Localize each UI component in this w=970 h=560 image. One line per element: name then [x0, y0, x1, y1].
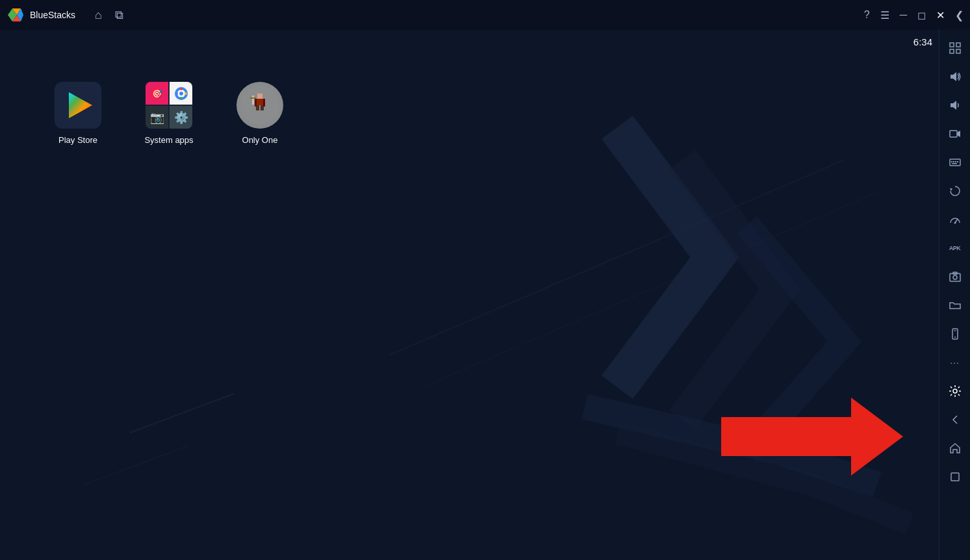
- system-apps-icon-container: 🎯 📷: [146, 82, 192, 129]
- multi-instance-icon[interactable]: ⧉: [115, 8, 123, 22]
- system-apps-grid: 🎯 📷: [146, 82, 192, 129]
- help-icon[interactable]: ?: [864, 9, 870, 21]
- keyboard-icon: [949, 157, 961, 168]
- red-arrow-svg: [721, 398, 903, 476]
- svg-rect-22: [252, 95, 254, 105]
- svg-point-15: [180, 97, 183, 99]
- settings-icon: [949, 385, 962, 398]
- android-home-btn[interactable]: [942, 435, 968, 461]
- app-grid: Play Store 🎯: [52, 82, 286, 145]
- svg-marker-26: [721, 398, 903, 476]
- recents-icon: [949, 471, 961, 483]
- svg-line-4: [390, 160, 845, 355]
- android-home-icon: [949, 442, 961, 454]
- svg-rect-37: [953, 161, 954, 162]
- svg-point-16: [175, 92, 178, 95]
- svg-marker-41: [950, 188, 952, 191]
- refresh-btn[interactable]: [942, 178, 968, 204]
- svg-rect-18: [257, 94, 262, 99]
- screenshot-icon: [949, 271, 961, 283]
- svg-rect-23: [250, 97, 256, 99]
- titlebar-controls: ? ☰ ─ ◻ ✕ ❮: [864, 9, 964, 21]
- svg-rect-24: [255, 99, 257, 107]
- svg-point-13: [180, 88, 183, 90]
- svg-rect-19: [256, 99, 264, 105]
- volume-down-btn[interactable]: [942, 92, 968, 118]
- system-mini-icon-1: 🎯: [146, 82, 168, 105]
- collapse-panel-icon[interactable]: ❮: [955, 9, 964, 21]
- close-icon[interactable]: ✕: [936, 9, 945, 21]
- svg-line-7: [84, 446, 188, 485]
- volume-down-icon: [949, 99, 961, 111]
- folder-icon: [949, 299, 961, 311]
- svg-rect-27: [950, 43, 954, 47]
- time-display: 6:34: [913, 36, 932, 47]
- back-icon: [949, 414, 961, 426]
- folder-btn[interactable]: [942, 292, 968, 318]
- back-btn[interactable]: [942, 407, 968, 433]
- svg-rect-28: [956, 43, 960, 47]
- play-store-icon: [55, 82, 101, 129]
- hamburger-icon[interactable]: ☰: [880, 9, 889, 21]
- system-mini-icon-4: ⚙️: [170, 106, 192, 129]
- refresh-icon: [949, 185, 961, 197]
- titlebar: BlueStacks ⌂ ⧉ ? ☰ ─ ◻ ✕ ❮: [0, 0, 970, 30]
- app-title: BlueStacks: [30, 10, 75, 20]
- system-apps-label: System apps: [144, 135, 193, 145]
- svg-rect-51: [951, 473, 959, 481]
- only-one-label: Only One: [242, 135, 278, 145]
- svg-marker-32: [951, 101, 956, 110]
- svg-rect-44: [950, 274, 960, 281]
- home-nav-icon[interactable]: ⌂: [95, 8, 102, 22]
- performance-btn[interactable]: [942, 207, 968, 233]
- svg-point-45: [953, 275, 957, 279]
- system-apps-app[interactable]: 🎯 📷: [143, 82, 195, 145]
- svg-line-6: [130, 394, 234, 433]
- svg-rect-36: [951, 161, 952, 162]
- more-dots: ···: [950, 357, 960, 368]
- svg-rect-29: [950, 49, 954, 53]
- svg-rect-25: [263, 99, 265, 107]
- keyboard-btn[interactable]: [942, 149, 968, 175]
- svg-marker-31: [951, 72, 956, 81]
- svg-point-12: [179, 92, 183, 95]
- screen-record-icon: [949, 128, 961, 140]
- only-one-icon-container: [236, 82, 283, 129]
- recents-btn[interactable]: [942, 464, 968, 490]
- svg-rect-38: [955, 161, 956, 162]
- device-btn[interactable]: [942, 321, 968, 347]
- svg-rect-33: [950, 131, 957, 137]
- screen-record-btn[interactable]: [942, 121, 968, 147]
- svg-point-43: [954, 222, 956, 224]
- performance-icon: [949, 214, 961, 225]
- apk-install-btn[interactable]: APK: [942, 235, 968, 261]
- only-one-app[interactable]: Only One: [234, 82, 286, 145]
- settings-btn[interactable]: [942, 378, 968, 404]
- svg-rect-39: [957, 161, 958, 162]
- fullscreen-icon: [949, 42, 961, 54]
- system-mini-icon-3: 📷: [146, 106, 168, 129]
- svg-point-48: [954, 337, 956, 338]
- volume-up-icon: [949, 71, 961, 83]
- volume-up-btn[interactable]: [942, 64, 968, 90]
- main-area: 6:34: [0, 30, 970, 560]
- app-logo[interactable]: BlueStacks: [6, 6, 75, 24]
- more-btn[interactable]: ···: [942, 350, 968, 375]
- bluestacks-logo-icon: [6, 6, 25, 24]
- minimize-icon[interactable]: ─: [900, 9, 907, 21]
- play-store-app[interactable]: Play Store: [52, 82, 104, 145]
- svg-rect-40: [952, 163, 957, 164]
- titlebar-nav: ⌂ ⧉: [95, 8, 123, 22]
- svg-rect-30: [956, 49, 960, 53]
- svg-point-14: [185, 92, 187, 95]
- only-one-icon: [236, 82, 283, 129]
- apk-label: APK: [949, 245, 961, 251]
- screenshot-btn[interactable]: [942, 264, 968, 290]
- android-screen[interactable]: 6:34: [0, 30, 939, 560]
- play-store-label: Play Store: [58, 135, 97, 145]
- fullscreen-btn[interactable]: [942, 35, 968, 61]
- svg-line-5: [422, 192, 877, 387]
- device-icon: [949, 328, 961, 340]
- red-arrow-annotation: [721, 398, 903, 476]
- maximize-icon[interactable]: ◻: [917, 9, 926, 21]
